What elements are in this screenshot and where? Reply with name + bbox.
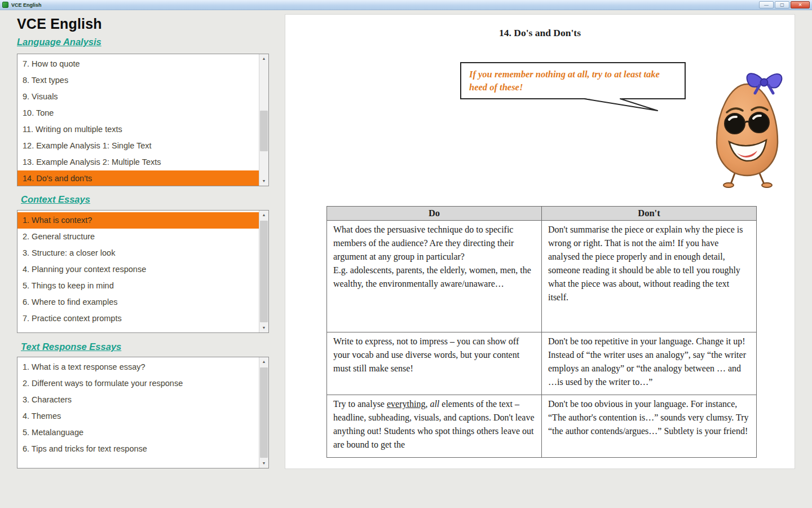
- scrollbar-thumb[interactable]: [260, 367, 268, 458]
- list-item[interactable]: 12. Example Analysis 1: Single Text: [17, 138, 259, 154]
- list-item[interactable]: 8. Text types: [17, 72, 259, 89]
- list-item[interactable]: 9. Visuals: [17, 89, 259, 105]
- list-item[interactable]: 7. Practice context prompts: [17, 310, 259, 327]
- section-heading-language-analysis: Language Analysis: [17, 37, 102, 47]
- app-title: VCE English: [17, 16, 102, 32]
- speech-bubble-tail: [580, 98, 661, 113]
- egg-mascot: [705, 68, 790, 190]
- minimize-button[interactable]: —: [759, 1, 774, 8]
- list-item[interactable]: 11. Writing on multiple texts: [17, 121, 259, 138]
- maximize-button[interactable]: ▢: [775, 1, 789, 8]
- table-header-do: Do: [327, 207, 542, 221]
- list-items-context-essays: 1. What is context?2. General structure3…: [17, 211, 259, 332]
- dont-cell: Don't be too obvious in your language. F…: [542, 395, 757, 458]
- scrollbar-track[interactable]: ▲ ▼: [259, 211, 268, 332]
- list-item[interactable]: 6. Where to find examples: [17, 294, 259, 310]
- list-item[interactable]: 4. Planning your context response: [17, 261, 259, 278]
- list-item[interactable]: 6. Tips and tricks for text response: [17, 441, 259, 457]
- dos-donts-table: Do Don't What does the persuasive techni…: [326, 206, 757, 458]
- listbox-language-analysis: 7. How to quote8. Text types9. Visuals10…: [17, 54, 269, 186]
- list-item[interactable]: 5. Things to keep in mind: [17, 278, 259, 294]
- table-row: Write to express, not to impress – you c…: [327, 332, 757, 395]
- list-item[interactable]: 3. Structure: a closer look: [17, 245, 259, 261]
- do-cell: Write to express, not to impress – you c…: [327, 332, 542, 395]
- app-icon: [2, 2, 8, 8]
- list-item[interactable]: 1. What is a text response essay?: [17, 359, 259, 375]
- list-items-language-analysis: 7. How to quote8. Text types9. Visuals10…: [17, 54, 259, 186]
- window-title: VCE English: [11, 2, 42, 8]
- window-controls: — ▢ ✕: [759, 1, 810, 8]
- title-bar: VCE English — ▢ ✕: [0, 0, 812, 10]
- list-item-selected[interactable]: 14. Do's and don'ts: [17, 170, 259, 186]
- do-cell: Try to analyse everything, all elements …: [327, 395, 542, 458]
- list-item-selected[interactable]: 1. What is context?: [17, 212, 259, 229]
- list-items-text-response-essays: 1. What is a text response essay?2. Diff…: [17, 357, 259, 468]
- scroll-up-icon[interactable]: ▲: [259, 54, 268, 63]
- scrollbar-thumb[interactable]: [260, 111, 268, 151]
- scrollbar-track[interactable]: ▲ ▼: [259, 54, 268, 186]
- section-heading-context-essays: Context Essays: [21, 194, 90, 205]
- page-title: 14. Do's and Don'ts: [285, 27, 795, 39]
- scrollbar-thumb[interactable]: [260, 221, 268, 322]
- table-row: What does the persuasive technique do to…: [327, 221, 757, 332]
- scrollbar-track[interactable]: ▲ ▼: [259, 357, 268, 468]
- listbox-context-essays: 1. What is context?2. General structure3…: [17, 210, 269, 333]
- list-item[interactable]: 2. General structure: [17, 229, 259, 245]
- table-header-row: Do Don't: [327, 207, 757, 221]
- close-button[interactable]: ✕: [791, 1, 810, 8]
- dos-donts-table-body: What does the persuasive technique do to…: [327, 221, 757, 458]
- list-item[interactable]: 5. Metalanguage: [17, 424, 259, 441]
- do-cell: What does the persuasive technique do to…: [327, 221, 542, 332]
- dont-cell: Don't be too repetitive in your language…: [542, 332, 757, 395]
- table-header-dont: Don't: [542, 207, 757, 221]
- scroll-down-icon[interactable]: ▼: [259, 459, 268, 468]
- scroll-down-icon[interactable]: ▼: [259, 323, 268, 332]
- scroll-up-icon[interactable]: ▲: [259, 357, 268, 366]
- list-item[interactable]: 7. How to quote: [17, 56, 259, 72]
- table-row: Try to analyse everything, all elements …: [327, 395, 757, 458]
- speech-bubble-text: If you remember nothing at all, try to a…: [469, 69, 660, 93]
- dont-cell: Don't summarise the piece or explain why…: [542, 221, 757, 332]
- listbox-text-response-essays: 1. What is a text response essay?2. Diff…: [17, 357, 269, 468]
- section-heading-text-response-essays: Text Response Essays: [21, 341, 121, 352]
- list-item[interactable]: 3. Characters: [17, 392, 259, 408]
- speech-bubble: If you remember nothing at all, try to a…: [460, 62, 686, 99]
- list-item[interactable]: 10. Tone: [17, 105, 259, 121]
- scroll-down-icon[interactable]: ▼: [259, 177, 268, 186]
- scroll-up-icon[interactable]: ▲: [259, 211, 268, 220]
- egg-body: [717, 84, 778, 176]
- content-panel: 14. Do's and Don'ts If you remember noth…: [285, 14, 795, 469]
- list-item[interactable]: 13. Example Analysis 2: Multiple Texts: [17, 154, 259, 170]
- list-item[interactable]: 2. Different ways to formulate your resp…: [17, 375, 259, 392]
- list-item[interactable]: 4. Themes: [17, 408, 259, 424]
